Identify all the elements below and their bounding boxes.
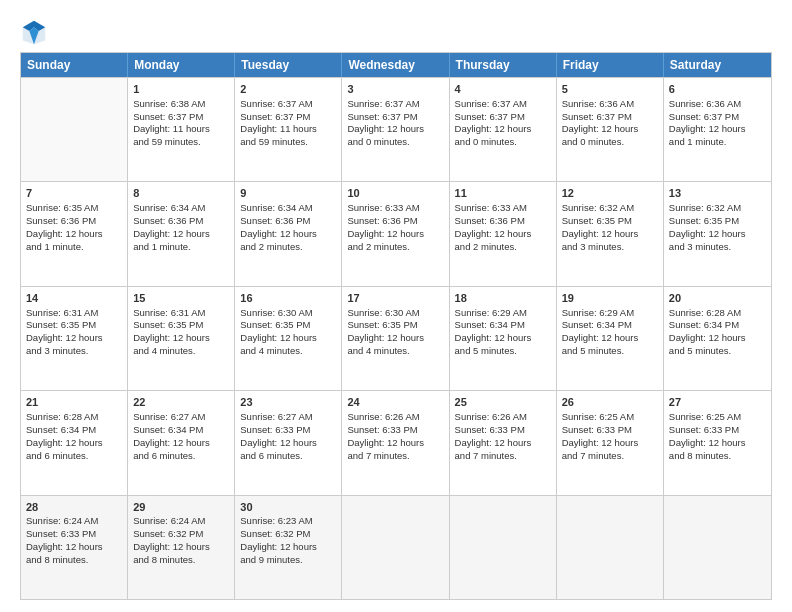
logo <box>20 18 52 46</box>
cal-cell-22: 22Sunrise: 6:27 AMSunset: 6:34 PMDayligh… <box>128 391 235 494</box>
day-info-line: Sunrise: 6:37 AM <box>240 98 336 111</box>
cal-cell-24: 24Sunrise: 6:26 AMSunset: 6:33 PMDayligh… <box>342 391 449 494</box>
cal-cell-1: 1Sunrise: 6:38 AMSunset: 6:37 PMDaylight… <box>128 78 235 181</box>
day-number: 30 <box>240 500 336 515</box>
cal-cell-11: 11Sunrise: 6:33 AMSunset: 6:36 PMDayligh… <box>450 182 557 285</box>
day-info-line: Sunrise: 6:33 AM <box>347 202 443 215</box>
day-info-line: Sunset: 6:34 PM <box>133 424 229 437</box>
day-info-line: Sunset: 6:36 PM <box>26 215 122 228</box>
day-info-line: Sunset: 6:37 PM <box>669 111 766 124</box>
cal-cell-9: 9Sunrise: 6:34 AMSunset: 6:36 PMDaylight… <box>235 182 342 285</box>
cal-cell-20: 20Sunrise: 6:28 AMSunset: 6:34 PMDayligh… <box>664 287 771 390</box>
day-info-line: Sunset: 6:35 PM <box>133 319 229 332</box>
cal-cell-2: 2Sunrise: 6:37 AMSunset: 6:37 PMDaylight… <box>235 78 342 181</box>
day-info-line: Sunset: 6:37 PM <box>347 111 443 124</box>
day-info-line: Daylight: 12 hours <box>133 228 229 241</box>
cal-week-3: 14Sunrise: 6:31 AMSunset: 6:35 PMDayligh… <box>21 286 771 390</box>
day-number: 5 <box>562 82 658 97</box>
cal-header-thursday: Thursday <box>450 53 557 77</box>
day-info-line: and 2 minutes. <box>455 241 551 254</box>
cal-cell-28: 28Sunrise: 6:24 AMSunset: 6:33 PMDayligh… <box>21 496 128 599</box>
cal-header-wednesday: Wednesday <box>342 53 449 77</box>
day-info-line: Daylight: 12 hours <box>240 332 336 345</box>
day-info-line: and 8 minutes. <box>133 554 229 567</box>
day-info-line: and 1 minute. <box>26 241 122 254</box>
day-info-line: Sunrise: 6:29 AM <box>455 307 551 320</box>
day-number: 7 <box>26 186 122 201</box>
cal-cell-17: 17Sunrise: 6:30 AMSunset: 6:35 PMDayligh… <box>342 287 449 390</box>
day-number: 10 <box>347 186 443 201</box>
day-info-line: and 59 minutes. <box>133 136 229 149</box>
day-info-line: Sunset: 6:34 PM <box>455 319 551 332</box>
day-info-line: Sunrise: 6:28 AM <box>26 411 122 424</box>
day-info-line: and 1 minute. <box>669 136 766 149</box>
day-info-line: Sunset: 6:33 PM <box>347 424 443 437</box>
cal-cell-7: 7Sunrise: 6:35 AMSunset: 6:36 PMDaylight… <box>21 182 128 285</box>
day-info-line: Sunset: 6:33 PM <box>455 424 551 437</box>
day-info-line: Sunset: 6:32 PM <box>240 528 336 541</box>
day-info-line: Sunset: 6:37 PM <box>240 111 336 124</box>
day-info-line: Sunset: 6:35 PM <box>669 215 766 228</box>
day-info-line: Daylight: 12 hours <box>347 228 443 241</box>
cal-week-2: 7Sunrise: 6:35 AMSunset: 6:36 PMDaylight… <box>21 181 771 285</box>
cal-header-tuesday: Tuesday <box>235 53 342 77</box>
day-info-line: Sunrise: 6:35 AM <box>26 202 122 215</box>
day-info-line: Sunrise: 6:28 AM <box>669 307 766 320</box>
day-info-line: Sunrise: 6:37 AM <box>347 98 443 111</box>
day-info-line: Daylight: 12 hours <box>347 332 443 345</box>
day-info-line: Sunrise: 6:24 AM <box>133 515 229 528</box>
day-info-line: Daylight: 12 hours <box>562 332 658 345</box>
day-info-line: Sunset: 6:35 PM <box>562 215 658 228</box>
day-info-line: Sunset: 6:33 PM <box>26 528 122 541</box>
cal-cell-27: 27Sunrise: 6:25 AMSunset: 6:33 PMDayligh… <box>664 391 771 494</box>
day-info-line: Daylight: 12 hours <box>26 437 122 450</box>
day-info-line: Daylight: 12 hours <box>562 123 658 136</box>
day-number: 8 <box>133 186 229 201</box>
day-info-line: Sunrise: 6:29 AM <box>562 307 658 320</box>
day-info-line: Sunrise: 6:27 AM <box>240 411 336 424</box>
cal-cell-empty-4-5 <box>557 496 664 599</box>
day-number: 16 <box>240 291 336 306</box>
day-info-line: Sunrise: 6:31 AM <box>133 307 229 320</box>
day-info-line: Sunrise: 6:37 AM <box>455 98 551 111</box>
day-number: 24 <box>347 395 443 410</box>
day-info-line: and 3 minutes. <box>669 241 766 254</box>
day-info-line: Sunrise: 6:23 AM <box>240 515 336 528</box>
day-number: 2 <box>240 82 336 97</box>
day-info-line: Sunset: 6:34 PM <box>562 319 658 332</box>
cal-week-1: 1Sunrise: 6:38 AMSunset: 6:37 PMDaylight… <box>21 77 771 181</box>
day-info-line: Sunset: 6:35 PM <box>26 319 122 332</box>
day-number: 13 <box>669 186 766 201</box>
day-info-line: and 3 minutes. <box>562 241 658 254</box>
day-info-line: Sunrise: 6:36 AM <box>562 98 658 111</box>
cal-header-saturday: Saturday <box>664 53 771 77</box>
day-info-line: Sunrise: 6:25 AM <box>669 411 766 424</box>
day-info-line: Sunrise: 6:27 AM <box>133 411 229 424</box>
cal-cell-16: 16Sunrise: 6:30 AMSunset: 6:35 PMDayligh… <box>235 287 342 390</box>
day-info-line: Daylight: 12 hours <box>669 332 766 345</box>
cal-cell-26: 26Sunrise: 6:25 AMSunset: 6:33 PMDayligh… <box>557 391 664 494</box>
day-info-line: Sunset: 6:34 PM <box>669 319 766 332</box>
day-info-line: and 4 minutes. <box>240 345 336 358</box>
day-number: 11 <box>455 186 551 201</box>
cal-cell-15: 15Sunrise: 6:31 AMSunset: 6:35 PMDayligh… <box>128 287 235 390</box>
day-info-line: Sunset: 6:36 PM <box>455 215 551 228</box>
cal-cell-23: 23Sunrise: 6:27 AMSunset: 6:33 PMDayligh… <box>235 391 342 494</box>
day-info-line: Sunset: 6:33 PM <box>562 424 658 437</box>
day-info-line: Daylight: 12 hours <box>562 437 658 450</box>
day-info-line: and 7 minutes. <box>562 450 658 463</box>
day-info-line: Daylight: 12 hours <box>26 228 122 241</box>
day-info-line: and 4 minutes. <box>133 345 229 358</box>
day-info-line: Daylight: 12 hours <box>347 123 443 136</box>
day-info-line: Sunrise: 6:30 AM <box>240 307 336 320</box>
day-number: 6 <box>669 82 766 97</box>
day-number: 15 <box>133 291 229 306</box>
day-info-line: Sunrise: 6:34 AM <box>133 202 229 215</box>
day-info-line: Daylight: 11 hours <box>240 123 336 136</box>
day-info-line: and 2 minutes. <box>347 241 443 254</box>
day-info-line: and 0 minutes. <box>347 136 443 149</box>
cal-cell-8: 8Sunrise: 6:34 AMSunset: 6:36 PMDaylight… <box>128 182 235 285</box>
cal-cell-21: 21Sunrise: 6:28 AMSunset: 6:34 PMDayligh… <box>21 391 128 494</box>
day-info-line: Daylight: 12 hours <box>669 123 766 136</box>
day-number: 12 <box>562 186 658 201</box>
